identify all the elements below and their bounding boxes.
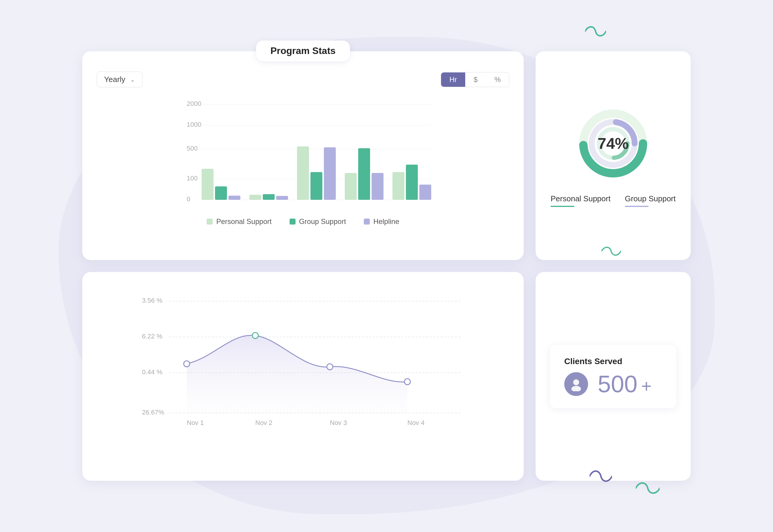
legend-dot-helpline xyxy=(364,219,370,225)
program-stats-card: Program Stats Yearly ⌄ Hr $ % 2000 1000 … xyxy=(82,51,524,260)
legend-label-personal: Personal Support xyxy=(216,217,271,226)
legend-group-support: Group Support xyxy=(290,217,346,226)
toggle-dollar[interactable]: $ xyxy=(465,72,486,87)
donut-legend-group-label: Group Support xyxy=(625,194,676,203)
line-chart-area: 3.56 % 6.22 % 0.44 % 26.67% Nov 1 Nov 2 … xyxy=(97,286,509,429)
deco-teal-top xyxy=(585,24,606,39)
svg-text:26.67%: 26.67% xyxy=(142,409,164,416)
svg-point-43 xyxy=(573,379,579,385)
svg-rect-15 xyxy=(276,196,288,200)
legend-helpline: Helpline xyxy=(364,217,399,226)
toggle-group: Hr $ % xyxy=(441,72,509,87)
svg-rect-10 xyxy=(202,169,214,200)
svg-text:1000: 1000 xyxy=(187,121,201,128)
svg-text:500: 500 xyxy=(187,145,198,152)
donut-legend-group: Group Support xyxy=(625,194,676,207)
chart-controls: Yearly ⌄ Hr $ % xyxy=(97,72,509,87)
donut-legends: Personal Support Group Support xyxy=(551,194,675,207)
svg-rect-23 xyxy=(406,165,418,200)
svg-rect-11 xyxy=(215,186,227,200)
data-point-3 xyxy=(327,364,333,370)
svg-rect-18 xyxy=(324,147,336,200)
donut-percentage: 74% xyxy=(598,134,629,152)
yearly-dropdown[interactable]: Yearly ⌄ xyxy=(97,72,143,87)
clients-number-container: 500 + xyxy=(598,372,652,396)
svg-rect-12 xyxy=(228,196,240,200)
svg-text:Nov 1: Nov 1 xyxy=(187,419,204,426)
svg-text:3.56 %: 3.56 % xyxy=(142,297,163,304)
svg-rect-20 xyxy=(358,148,370,200)
dropdown-value: Yearly xyxy=(104,75,125,84)
svg-text:Nov 2: Nov 2 xyxy=(255,419,272,426)
person-icon xyxy=(569,377,583,391)
clients-inner: Clients Served 500 + xyxy=(550,345,676,408)
svg-rect-13 xyxy=(249,195,261,200)
data-point-2 xyxy=(252,333,258,338)
svg-text:0: 0 xyxy=(187,195,190,203)
deco-purple-br xyxy=(590,468,612,484)
clients-number: 500 xyxy=(598,371,637,397)
clients-title: Clients Served xyxy=(564,357,662,366)
legend-dot-personal xyxy=(207,219,213,225)
clients-plus: + xyxy=(641,376,652,396)
clients-content: 500 + xyxy=(564,372,662,396)
legend-personal-support: Personal Support xyxy=(207,217,271,226)
svg-rect-16 xyxy=(297,146,309,200)
svg-rect-24 xyxy=(419,185,431,200)
data-point-4 xyxy=(404,379,410,385)
donut-chart-container: 74% xyxy=(574,105,652,182)
bar-chart-svg: 2000 1000 500 100 0 xyxy=(97,97,509,210)
line-chart-svg: 3.56 % 6.22 % 0.44 % 26.67% Nov 1 Nov 2 … xyxy=(97,286,509,429)
legend-label-helpline: Helpline xyxy=(373,217,399,226)
svg-rect-22 xyxy=(392,172,404,200)
svg-rect-17 xyxy=(310,172,322,200)
avatar xyxy=(564,372,588,396)
svg-text:2000: 2000 xyxy=(187,100,201,107)
svg-rect-14 xyxy=(263,194,275,200)
bar-chart-area: 2000 1000 500 100 0 xyxy=(97,97,509,210)
legend-dot-group xyxy=(290,219,296,225)
deco-teal-mid xyxy=(602,245,621,258)
donut-card: 74% Personal Support Group Support xyxy=(536,51,691,260)
toggle-percent[interactable]: % xyxy=(486,72,509,87)
deco-teal-br xyxy=(636,480,660,496)
donut-legend-personal: Personal Support xyxy=(551,194,610,207)
svg-rect-19 xyxy=(345,173,357,200)
donut-legend-group-line xyxy=(625,206,649,207)
legend-label-group: Group Support xyxy=(299,217,346,226)
svg-text:Nov 3: Nov 3 xyxy=(330,419,347,426)
svg-text:100: 100 xyxy=(187,174,198,182)
svg-point-44 xyxy=(571,386,581,391)
chevron-down-icon: ⌄ xyxy=(130,76,135,83)
donut-legend-personal-line xyxy=(551,206,574,207)
svg-text:0.44 %: 0.44 % xyxy=(142,368,163,376)
donut-legend-personal-label: Personal Support xyxy=(551,194,610,203)
bar-legend: Personal Support Group Support Helpline xyxy=(97,217,509,226)
program-stats-title: Program Stats xyxy=(256,41,350,61)
clients-card: Clients Served 500 + xyxy=(536,272,691,481)
svg-text:6.22 %: 6.22 % xyxy=(142,333,163,340)
toggle-hr[interactable]: Hr xyxy=(441,72,465,87)
svg-rect-21 xyxy=(372,173,384,200)
line-chart-card: 3.56 % 6.22 % 0.44 % 26.67% Nov 1 Nov 2 … xyxy=(82,272,524,481)
data-point-1 xyxy=(184,361,190,367)
svg-text:Nov 4: Nov 4 xyxy=(407,419,424,426)
